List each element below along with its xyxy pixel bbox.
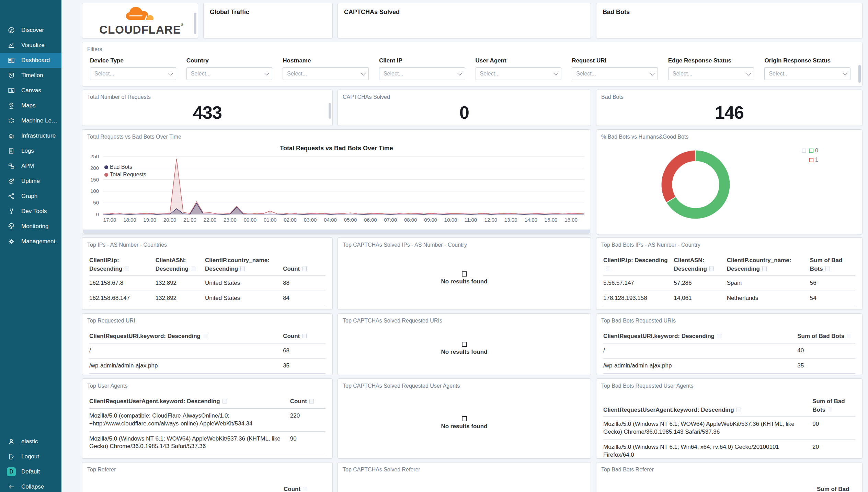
sort-checkbox[interactable]	[203, 334, 207, 338]
column-header[interactable]: ClientASN: Descending	[674, 256, 727, 276]
sort-checkbox[interactable]	[302, 267, 307, 271]
panel-heading: CAPTCHAs Solved	[338, 3, 591, 16]
sidebar-item-apm[interactable]: APM	[0, 159, 61, 174]
column-header[interactable]: Sum of Bad Bots	[810, 256, 855, 276]
sidebar-item-infrastructure[interactable]: Infrastructure	[0, 128, 61, 143]
edge-response-status-select[interactable]: Select...	[668, 67, 754, 80]
chevron-down-icon	[457, 70, 462, 75]
sort-checkbox[interactable]	[847, 334, 851, 338]
sidebar-item-management[interactable]: Management	[0, 234, 61, 249]
sidebar-item-discover[interactable]: Discover	[0, 23, 61, 38]
sidebar-item-monitoring[interactable]: Monitoring	[0, 219, 61, 234]
sidebar-item-label: Uptime	[21, 178, 40, 185]
canvas-frame-icon	[7, 86, 16, 95]
column-header[interactable]: ClientIP.country_name: Descending	[727, 256, 810, 276]
sort-checkbox[interactable]	[828, 408, 832, 412]
user-agent-select[interactable]: Select...	[476, 67, 562, 80]
client-ip-select[interactable]: Select...	[379, 67, 465, 80]
sort-checkbox[interactable]	[825, 267, 830, 271]
sort-checkbox[interactable]	[736, 408, 741, 412]
table-row: /wp-admin/admin-ajax.php35	[89, 358, 326, 373]
sidebar-item-label: Machine Le…	[21, 117, 57, 124]
sidebar-item-space-default[interactable]: D Default	[0, 464, 61, 479]
origin-response-status-select[interactable]: Select...	[764, 67, 850, 80]
legend-item-bad-bots[interactable]: Bad Bots	[104, 164, 146, 170]
table-title: Top Requested URI	[82, 314, 332, 324]
bad-bots-header-panel: Bad Bots	[596, 3, 863, 38]
device-type-select[interactable]: Select...	[90, 67, 176, 80]
sort-checkbox[interactable]	[240, 267, 245, 271]
column-header[interactable]: Count	[290, 397, 326, 408]
svg-text:04:00: 04:00	[324, 217, 337, 223]
column-header[interactable]: ClientRequestUserAgent.keyword: Descendi…	[89, 397, 290, 408]
user-icon	[7, 437, 16, 446]
column-header[interactable]: ClientRequestURI.keyword: Descending	[603, 332, 797, 343]
table-title: Top CAPTCHAs Solved Requested User Agent…	[338, 379, 591, 389]
column-header[interactable]: ClientIP.ip: Descending	[89, 256, 156, 276]
sort-checkbox[interactable]	[717, 334, 721, 338]
sidebar-item-maps[interactable]: Maps	[0, 98, 61, 113]
sort-checkbox[interactable]	[302, 334, 307, 338]
bad-bots-metric-panel: Bad Bots 146	[596, 90, 863, 126]
sort-checkbox[interactable]	[709, 267, 714, 271]
bad-bots-user-agents-panel: Top Bad Bots Requested User Agents Clien…	[596, 378, 863, 459]
sort-checkbox[interactable]	[222, 399, 227, 403]
total-requests-metric-panel: Total Number of Requests 433	[82, 90, 333, 126]
panel-scrollbar[interactable]	[858, 65, 861, 83]
sort-checkbox[interactable]	[191, 267, 195, 271]
legend-item-1[interactable]: 1	[806, 157, 818, 163]
column-header[interactable]: ClientRequestUserAgent.keyword: Descendi…	[603, 397, 812, 417]
column-header[interactable]: Sum of Bad Bots	[817, 485, 855, 492]
sidebar: Discover Visualize Dashboard Timelion Ca…	[0, 0, 61, 492]
sidebar-item-logs[interactable]: Logs	[0, 143, 61, 159]
svg-text:18:00: 18:00	[123, 217, 136, 223]
table-row: Mozilla/5.0 (Windows NT 6.1; WOW64) Appl…	[603, 417, 855, 440]
sort-checkbox[interactable]	[125, 267, 129, 271]
sort-checkbox[interactable]	[309, 399, 314, 403]
svg-text:07:00: 07:00	[384, 217, 397, 223]
sort-checkbox[interactable]	[606, 267, 610, 271]
column-header[interactable]: Count	[283, 256, 326, 276]
no-results: No results found	[338, 389, 591, 457]
sidebar-item-logout[interactable]: Logout	[0, 449, 61, 464]
sidebar-item-machine-learning[interactable]: Machine Le…	[0, 113, 61, 128]
svg-text:23:00: 23:00	[224, 217, 237, 223]
sidebar-item-uptime[interactable]: Uptime	[0, 174, 61, 189]
uptime-check-icon	[7, 177, 16, 185]
table-row: /40	[603, 343, 855, 358]
column-header[interactable]: ClientIP.ip: Descending	[603, 256, 674, 276]
sidebar-item-visualize[interactable]: Visualize	[0, 38, 61, 53]
column-header[interactable]: Sum of Bad Bots	[797, 332, 855, 343]
panel-horizontal-scrollbar[interactable]	[83, 230, 590, 234]
column-header[interactable]: ClientRequestURI.keyword: Descending	[89, 332, 283, 343]
hostname-select[interactable]: Select...	[283, 67, 369, 80]
country-select[interactable]: Select...	[186, 67, 273, 80]
filter-label: Origin Response Status	[764, 57, 850, 64]
panel-scrollbar[interactable]	[194, 13, 196, 34]
timeseries-chart[interactable]: 05010015020025017:0018:0019:0020:0021:00…	[87, 149, 586, 231]
sidebar-item-user[interactable]: elastic	[0, 434, 61, 449]
column-header[interactable]: Sum of Bad Bots	[812, 397, 855, 417]
column-header[interactable]: Count	[283, 332, 326, 343]
legend-item-total-requests[interactable]: Total Requests	[104, 172, 146, 178]
top-ips-panel: Top IPs - AS Number - Countries ClientIP…	[82, 237, 333, 310]
sidebar-item-collapse[interactable]: Collapse	[0, 479, 61, 492]
filters-title: Filters	[82, 42, 862, 52]
sort-checkbox[interactable]	[762, 267, 767, 271]
space-badge: D	[7, 468, 16, 476]
request-uri-select[interactable]: Select...	[572, 67, 658, 80]
sidebar-item-graph[interactable]: Graph	[0, 189, 61, 204]
sidebar-item-canvas[interactable]: Canvas	[0, 83, 61, 98]
sidebar-item-label: Maps	[21, 102, 36, 109]
sidebar-item-dashboard[interactable]: Dashboard	[0, 53, 61, 68]
donut-chart[interactable]	[654, 143, 737, 226]
sidebar-item-timelion[interactable]: Timelion	[0, 68, 61, 83]
legend-item-0[interactable]: 0	[799, 148, 818, 154]
column-header[interactable]: ClientIP.country_name: Descending	[205, 256, 283, 276]
sort-checkbox[interactable]	[303, 487, 307, 491]
sidebar-item-dev-tools[interactable]: Dev Tools	[0, 204, 61, 219]
column-header[interactable]: ClientASN: Descending	[156, 256, 205, 276]
column-header[interactable]: Count	[284, 485, 325, 492]
sidebar-item-label: Dev Tools	[21, 208, 47, 215]
panel-scrollbar[interactable]	[329, 103, 331, 119]
